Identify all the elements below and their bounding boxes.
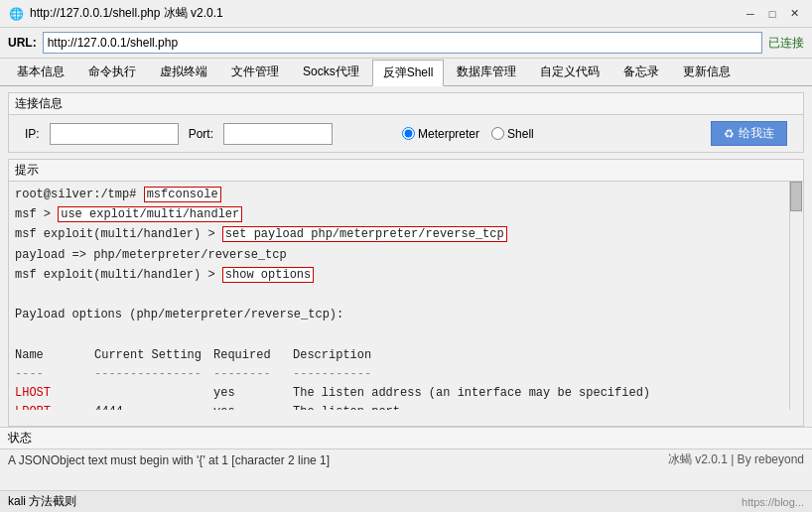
connection-status: 已连接 [768,35,804,52]
table-lport-row: LPORT 4444 yes The listen port [15,403,787,410]
cmd-use-handler: use exploit/multi/handler [58,206,242,222]
lhost-name: LHOST [15,384,94,403]
connect-button[interactable]: ♻ 给我连 [711,121,787,146]
window-title: http://127.0.0.1/shell.php 冰蝎 v2.0.1 [30,5,223,22]
minimize-button[interactable]: ─ [741,4,760,24]
tab-reverse-shell[interactable]: 反弹Shell [372,60,445,86]
cmd-line-blank2 [15,325,787,344]
lhost-required: yes [213,384,293,403]
cmd-line-blank1 [15,286,787,305]
table-lhost-row: LHOST yes The listen address (an interfa… [15,384,787,403]
url-bar: URL: 已连接 [0,28,812,59]
connect-icon: ♻ [724,127,735,141]
lport-name: LPORT [15,403,94,410]
connection-info-section: 连接信息 IP: Port: Meterpreter Shell ♻ 给我连 [8,92,804,153]
radio-shell[interactable]: Shell [491,127,534,141]
title-bar-left: 🌐 http://127.0.0.1/shell.php 冰蝎 v2.0.1 [8,5,223,22]
status-right: 冰蝎 v2.0.1 | By rebeyond [668,451,804,468]
bottom-left: kali 方法截则 [8,493,76,510]
cmd-line-6: Payload options (php/meterpreter/reverse… [15,306,787,324]
bottom-bar: kali 方法截则 https://blog... [0,490,812,512]
tab-bar: 基本信息 命令执行 虚拟终端 文件管理 Socks代理 反弹Shell 数据库管… [0,59,812,86]
cmd-line-1: root@silver:/tmp# msfconsole [15,186,787,204]
scroll-thumb[interactable] [790,182,802,211]
cmd-line-5: msf exploit(multi/handler) > show option… [15,266,787,285]
hint-content[interactable]: root@silver:/tmp# msfconsole msf > use e… [9,182,803,410]
connect-label: 给我连 [739,125,774,142]
app-icon: 🌐 [8,6,24,22]
port-label: Port: [189,127,213,141]
tab-basic-info[interactable]: 基本信息 [6,59,75,85]
close-button[interactable]: ✕ [784,4,804,24]
lhost-setting [94,384,213,403]
table-separator-row: ---- --------------- -------- ----------… [15,365,787,384]
port-input[interactable] [223,123,333,145]
status-title: 状态 [0,428,812,449]
col-desc-header: Description [293,346,787,365]
table-header-row: Name Current Setting Required Descriptio… [15,346,787,365]
tab-notes[interactable]: 备忘录 [612,59,670,85]
scrollbar[interactable] [789,182,803,410]
ip-input[interactable] [50,123,179,145]
url-label: URL: [8,36,37,50]
lport-setting: 4444 [94,403,213,410]
cmd-line-3: msf exploit(multi/handler) > set payload… [15,225,787,244]
hint-section: 提示 root@silver:/tmp# msfconsole msf > us… [8,159,804,427]
connection-type-group: Meterpreter Shell [402,127,534,141]
tab-file-mgmt[interactable]: 文件管理 [220,59,290,85]
status-content: A JSONObject text must begin with '{' at… [0,449,812,470]
tab-socks-proxy[interactable]: Socks代理 [292,59,370,85]
tab-db-mgmt[interactable]: 数据库管理 [446,59,527,85]
bottom-right: https://blog... [742,496,804,508]
cmd-line-2: msf > use exploit/multi/handler [15,205,787,224]
connection-info-title: 连接信息 [9,93,803,115]
tab-update-info[interactable]: 更新信息 [672,59,742,85]
lhost-desc: The listen address (an interface may be … [293,384,787,403]
tab-virtual-terminal[interactable]: 虚拟终端 [149,59,218,85]
title-bar: 🌐 http://127.0.0.1/shell.php 冰蝎 v2.0.1 ─… [0,0,812,28]
col-name-header: Name [15,346,94,365]
tab-custom-code[interactable]: 自定义代码 [529,59,610,85]
connection-row: IP: Port: Meterpreter Shell ♻ 给我连 [9,115,803,152]
cmd-show-options: show options [222,267,314,283]
lport-desc: The listen port [293,403,787,410]
cmd-line-4: payload => php/meterpreter/reverse_tcp [15,246,787,265]
hint-title: 提示 [9,160,803,182]
cmd-set-payload: set payload php/meterpreter/reverse_tcp [222,226,507,242]
status-message: A JSONObject text must begin with '{' at… [8,453,330,467]
ip-label: IP: [25,127,40,141]
status-bar: 状态 A JSONObject text must begin with '{'… [0,427,812,476]
lport-required: yes [213,403,293,410]
col-required-header: Required [213,346,293,365]
window-controls: ─ □ ✕ [741,4,804,24]
radio-meterpreter[interactable]: Meterpreter [402,127,479,141]
maximize-button[interactable]: □ [762,4,782,24]
tab-cmd-exec[interactable]: 命令执行 [77,59,147,85]
url-input[interactable] [43,32,762,54]
col-setting-header: Current Setting [94,346,213,365]
cmd-msfconsole: msfconsole [144,187,221,202]
